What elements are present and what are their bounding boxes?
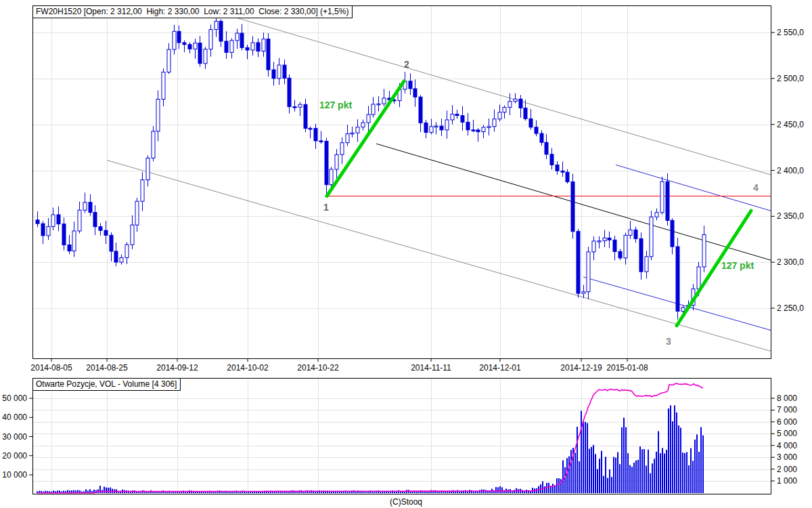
wave-number-label: 2 [404,59,409,70]
candle-body [215,21,218,29]
volume-tick-label: 2 000 [777,465,797,474]
volume-bar [171,492,172,493]
volume-bar [680,427,681,493]
volume-panel-title: Otwarte Pozycje, VOL - Volume [4 306] [32,378,181,391]
volume-bar [233,492,235,493]
candle-body [476,130,480,132]
volume-bar [108,488,109,493]
volume-bar [678,425,679,493]
volume-bar [542,482,543,493]
volume-bar [396,492,397,493]
candle-body [466,122,470,129]
volume-bar [611,477,612,493]
candle-body [83,203,87,211]
open-positions-tick-label: 50 000 [2,394,27,403]
open-positions-tick-label: 30 000 [2,432,27,442]
candle-body [104,230,108,235]
main-chart-title: FW20H1520 [Open: 2 312,00 High: 2 330,00… [32,5,353,18]
volume-bar [349,492,351,493]
volume-bar [548,483,549,493]
volume-bar [599,459,600,493]
candle-body [413,89,417,97]
volume-bar [633,463,635,493]
candle-body [455,114,459,116]
volume-bar [694,440,696,493]
volume-bar [564,467,566,493]
date-tick-label: 2014-09-12 [156,363,198,373]
volume-bar [631,467,633,493]
candle-body [487,127,491,128]
volume-bar [605,457,606,493]
volume-bar [467,491,468,493]
candle-body [288,78,291,106]
volume-bar [639,446,641,493]
candle-body [351,133,354,134]
candle-body [335,154,338,169]
volume-bar [664,454,665,493]
volume-bar [410,492,411,493]
price-chart-plot[interactable]: 127 pkt127 pkt12342 550,02 500,02 450,02… [32,5,771,359]
volume-bar [619,464,621,493]
price-tick-label: 2 550,0 [777,28,804,37]
candle-body [262,39,265,51]
volume-bar [613,457,614,493]
volume-bar [656,452,657,493]
candle-body [519,99,522,108]
candle-body [135,201,139,225]
candle-body [524,108,527,119]
volume-bar [595,454,596,493]
wave-number-label: 3 [666,336,671,347]
volume-bar [641,449,643,493]
volume-bar [568,457,570,493]
candle-body [62,224,66,245]
volume-tick-label: 8 000 [777,394,797,403]
gray-channel-line [107,161,771,352]
candle-body [167,49,171,72]
volume-bar [644,449,645,493]
volume-tick-label: 1 000 [777,476,797,486]
date-tick-label: 2014-08-05 [30,363,72,373]
candle-body [597,241,601,242]
volume-tick-label: 7 000 [777,405,797,415]
candle-body [608,238,611,240]
volume-bar [648,450,649,493]
volume-bar [607,478,608,493]
candle-body [540,133,543,142]
candle-body [603,238,606,240]
wave-number-label: 4 [753,182,759,193]
volume-bar [629,465,631,493]
candle-body [514,99,517,102]
candle-body [209,30,212,49]
candle-body [409,81,412,89]
candle-body [582,292,585,293]
candle-body [225,41,228,52]
candle-body [141,180,144,202]
volume-bar [514,490,515,493]
volume-bar [497,487,499,493]
volume-bar [591,447,592,493]
gray-channel-line [218,12,771,175]
candle-body [314,128,317,141]
volume-bar [684,453,685,493]
candle-body [639,238,643,272]
volume-bar [635,461,637,493]
candle-body [702,234,706,267]
date-tick-label: 2014-10-02 [227,363,269,373]
volume-bar [654,459,655,493]
date-tick-label: 2014-10-22 [297,363,339,373]
volume-bar [106,488,107,493]
volume-bar [558,478,560,493]
volume-bar [587,423,588,493]
candle-body [251,43,254,50]
candle-body [183,43,186,45]
candle-body [629,230,632,235]
candle-body [498,112,501,119]
volume-chart-plot[interactable]: 50 00040 00030 00020 00010 0008 0007 000… [32,378,771,494]
candle-body [434,126,438,127]
candle-body [120,257,123,262]
volume-bar [668,408,669,493]
candle-body [283,65,286,78]
candle-body [99,227,102,231]
volume-bar [646,465,647,493]
candle-body [624,235,627,257]
